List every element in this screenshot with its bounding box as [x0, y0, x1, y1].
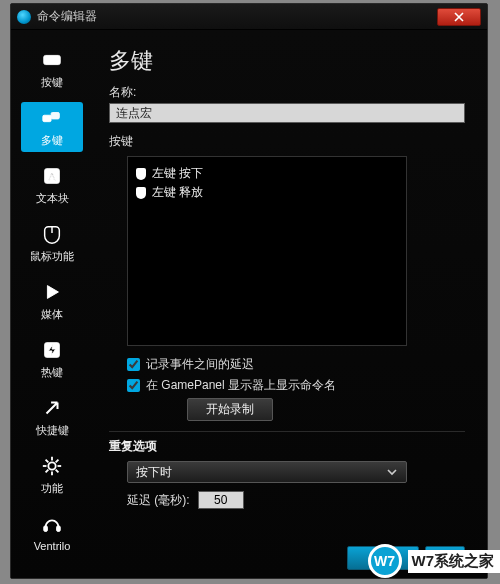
record-delay-checkbox[interactable]: 记录事件之间的延迟 [127, 356, 465, 373]
sidebar-item-label: 媒体 [41, 307, 63, 322]
delay-label: 延迟 (毫秒): [127, 492, 190, 509]
sidebar-item-label: 功能 [41, 481, 63, 496]
svg-line-15 [56, 459, 59, 462]
macro-text: 左键 按下 [152, 165, 203, 182]
close-button[interactable] [437, 8, 481, 26]
mouse-icon [136, 186, 146, 200]
arrow-icon [41, 397, 63, 419]
svg-rect-17 [57, 526, 61, 532]
sidebar-item-label: 鼠标功能 [30, 249, 74, 264]
main-panel: 多键 名称: 按键 左键 按下 左键 释放 记录事件之间的延迟 [93, 30, 487, 578]
gamepanel-checkbox[interactable]: 在 GamePanel 显示器上显示命令名 [127, 377, 465, 394]
list-item[interactable]: 左键 按下 [136, 165, 398, 182]
sidebar-item-key[interactable]: 按键 [21, 44, 83, 94]
name-label: 名称: [109, 84, 465, 101]
svg-text:A: A [48, 170, 56, 182]
sidebar-item-label: 热键 [41, 365, 63, 380]
sidebar-item-multikey[interactable]: 多键 [21, 102, 83, 152]
mouse-icon [41, 223, 63, 245]
sidebar-item-label: 多键 [41, 133, 63, 148]
play-icon [41, 281, 63, 303]
sidebar-item-mouse[interactable]: 鼠标功能 [21, 218, 83, 268]
sidebar-item-textblock[interactable]: A 文本块 [21, 160, 83, 210]
options-block: 记录事件之间的延迟 在 GamePanel 显示器上显示命令名 开始录制 [127, 356, 465, 421]
svg-rect-1 [43, 115, 51, 121]
select-value: 按下时 [136, 464, 172, 481]
list-item[interactable]: 左键 释放 [136, 184, 398, 201]
repeat-heading: 重复选项 [109, 438, 465, 455]
key-icon [41, 49, 63, 71]
svg-line-14 [46, 469, 49, 472]
sidebar-item-label: 按键 [41, 75, 63, 90]
name-input[interactable] [109, 103, 465, 123]
app-icon [17, 10, 31, 24]
sidebar-item-media[interactable]: 媒体 [21, 276, 83, 326]
svg-rect-0 [44, 55, 61, 64]
multikey-icon [41, 107, 63, 129]
sidebar-item-label: 快捷键 [36, 423, 69, 438]
delay-input[interactable] [198, 491, 244, 509]
close-icon [454, 12, 464, 22]
sidebar-item-shortcut[interactable]: 快捷键 [21, 392, 83, 442]
checkbox-label: 在 GamePanel 显示器上显示命令名 [146, 377, 336, 394]
mouse-icon [136, 167, 146, 181]
titlebar: 命令编辑器 [11, 4, 487, 30]
checkbox-label: 记录事件之间的延迟 [146, 356, 254, 373]
window: 命令编辑器 按键 多键 A 文本块 鼠标功能 [10, 3, 488, 579]
sidebar-item-ventrilo[interactable]: Ventrilo [21, 508, 83, 558]
sidebar-item-label: Ventrilo [34, 540, 71, 552]
start-record-button[interactable]: 开始录制 [187, 398, 273, 421]
body: 按键 多键 A 文本块 鼠标功能 媒体 热键 [11, 30, 487, 578]
checkbox-input[interactable] [127, 358, 140, 371]
bolt-icon [41, 339, 63, 361]
svg-rect-16 [44, 526, 48, 532]
chevron-down-icon [386, 466, 398, 478]
divider [109, 431, 465, 432]
checkbox-input[interactable] [127, 379, 140, 392]
sidebar: 按键 多键 A 文本块 鼠标功能 媒体 热键 [11, 30, 93, 578]
svg-point-7 [48, 462, 55, 469]
watermark-logo: W7 [368, 544, 402, 578]
macro-text: 左键 释放 [152, 184, 203, 201]
text-icon: A [41, 165, 63, 187]
gear-icon [41, 455, 63, 477]
page-title: 多键 [109, 46, 465, 76]
sidebar-item-function[interactable]: 功能 [21, 450, 83, 500]
headset-icon [41, 514, 63, 536]
svg-rect-2 [51, 112, 59, 118]
sidebar-item-hotkey[interactable]: 热键 [21, 334, 83, 384]
svg-line-13 [56, 469, 59, 472]
repeat-mode-select[interactable]: 按下时 [127, 461, 407, 483]
macro-list[interactable]: 左键 按下 左键 释放 [127, 156, 407, 346]
watermark-text: W7系统之家 [408, 550, 501, 573]
svg-line-12 [46, 459, 49, 462]
watermark: W7 W7系统之家 [368, 544, 501, 578]
window-title: 命令编辑器 [37, 8, 97, 25]
sidebar-item-label: 文本块 [36, 191, 69, 206]
macro-label: 按键 [109, 133, 465, 150]
